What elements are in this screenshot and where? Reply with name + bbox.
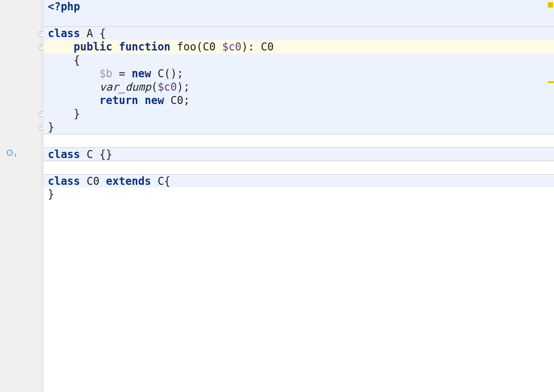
unused-variable: $b — [100, 67, 113, 80]
code-line[interactable]: } — [43, 188, 554, 201]
function-signature: foo(C0 — [177, 41, 222, 53]
code-editor: ↓ <?php class A { public function foo(C0… — [0, 0, 554, 392]
code-line[interactable]: $b = new C(); — [43, 67, 554, 80]
error-stripe[interactable] — [548, 0, 554, 392]
code-line[interactable]: <?php — [43, 0, 554, 13]
php-open-tag: <?php — [48, 0, 80, 13]
function-call: var_dump — [100, 81, 151, 93]
code-line[interactable]: return new C0; — [43, 94, 554, 107]
return-type: ): C0 — [242, 41, 274, 53]
editor-text-area[interactable]: <?php class A { public function foo(C0 $… — [43, 0, 554, 392]
parameter-variable: $c0 — [222, 41, 241, 53]
code-line[interactable]: } — [43, 107, 554, 121]
keyword-class: class — [48, 175, 80, 188]
code-line[interactable]: } — [43, 121, 554, 134]
editor-gutter: ↓ — [0, 0, 43, 392]
class-name: A { — [80, 27, 106, 40]
code-line[interactable] — [43, 134, 554, 147]
keyword-new: new — [132, 67, 151, 80]
code-lines: <?php class A { public function foo(C0 $… — [43, 0, 554, 201]
has-subclass-icon[interactable]: ↓ — [7, 150, 17, 159]
code-line[interactable] — [43, 161, 554, 174]
gutter-divider — [41, 0, 42, 392]
keyword-class: class — [48, 148, 80, 161]
keyword-class: class — [48, 27, 80, 40]
code-line[interactable]: class C {} — [43, 147, 554, 161]
code-line[interactable]: var_dump($c0); — [43, 80, 554, 94]
code-line[interactable]: class A { — [43, 27, 554, 40]
keyword-public: public — [74, 41, 113, 53]
class-name: C {} — [80, 148, 112, 161]
keyword-extends: extends — [106, 175, 151, 188]
code-line[interactable]: class C0 extends C{ — [43, 174, 554, 188]
warning-mark[interactable] — [548, 81, 554, 83]
keyword-return: return — [100, 94, 138, 107]
code-line[interactable]: { — [43, 54, 554, 67]
analysis-status-icon[interactable] — [548, 2, 553, 8]
keyword-function: function — [119, 41, 171, 53]
keyword-new: new — [145, 94, 164, 107]
code-line[interactable] — [43, 13, 554, 27]
code-line-highlighted[interactable]: public function foo(C0 $c0): C0 — [43, 40, 554, 54]
variable: $c0 — [158, 81, 177, 93]
